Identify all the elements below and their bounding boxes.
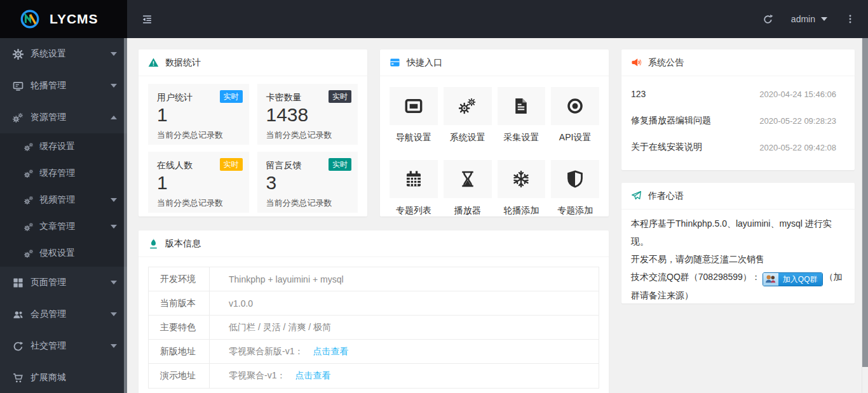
page-scrollbar-thumb[interactable]: [862, 38, 868, 367]
shortcut-item[interactable]: 专题添加: [551, 160, 599, 216]
refresh-button[interactable]: [763, 14, 773, 25]
realtime-badge: 实时: [220, 158, 243, 171]
version-value-text: Thinkphp + layuimini + mysql: [229, 274, 344, 284]
sidebar-item[interactable]: 页面管理: [0, 267, 127, 298]
realtime-badge: 实时: [329, 90, 351, 103]
sidebar-item[interactable]: 扩展商城: [0, 362, 127, 393]
sidebar-item[interactable]: 会员管理: [0, 298, 127, 330]
sidebar-item-label: 系统设置: [31, 48, 66, 60]
shortcut-icon-box: [551, 160, 599, 198]
sidebar-subitem[interactable]: 侵权设置: [0, 240, 127, 267]
version-row: 演示地址零视聚合-v1：点击查看: [149, 364, 599, 388]
bullhorn-icon: [631, 57, 642, 68]
version-row-value: Thinkphp + layuimini + mysql: [210, 267, 599, 291]
shortcut-item[interactable]: 专题列表: [390, 160, 438, 216]
sidebar-item-label: 扩展商城: [31, 372, 66, 383]
shortcuts-card-title: 快捷入口: [407, 57, 442, 69]
topbar: LYCMS admin: [0, 0, 868, 38]
realtime-badge: 实时: [220, 90, 243, 103]
announcement-title[interactable]: 关于在线安装说明: [631, 142, 702, 153]
sidebar: 系统设置轮播管理资源管理缓存设置缓存管理视频管理文章管理侵权设置页面管理会员管理…: [0, 38, 127, 393]
file-text-icon: [512, 97, 530, 115]
version-row-value: 零视聚合-v1：点击查看: [210, 364, 599, 388]
window-icon: [390, 57, 400, 68]
shortcut-icon-box: [444, 87, 492, 125]
snowflake-icon: [512, 170, 530, 188]
sidebar-item-label: 轮播管理: [31, 80, 66, 91]
chevron-down-icon: [111, 84, 117, 91]
sidebar-subitem-label: 缓存设置: [39, 141, 75, 152]
version-row: 开发环境Thinkphp + layuimini + mysql: [149, 267, 599, 291]
stat-value: 1438: [266, 104, 351, 126]
author-card: 作者心语 本程序基于Thinkphp.5.0、layuimini、mysql 进…: [621, 183, 855, 303]
sidebar-item-label: 页面管理: [31, 277, 66, 288]
shortcut-item[interactable]: 系统设置: [444, 87, 492, 143]
version-row: 主要特色低门栏 / 灵活 / 清爽 / 极简: [149, 316, 599, 340]
sidebar-item[interactable]: 系统设置: [0, 38, 127, 70]
version-table: 开发环境Thinkphp + layuimini + mysql当前版本v1.0…: [148, 267, 599, 389]
stat-desc: 当前分类总记录数: [266, 197, 351, 209]
version-row-label: 开发环境: [149, 267, 210, 291]
stats-card-title: 数据统计: [165, 57, 201, 69]
version-value-text: 零视聚合-v1：: [229, 370, 285, 382]
tv-icon: [13, 81, 24, 91]
version-value-text: v1.0.0: [229, 298, 253, 309]
sidebar-item[interactable]: 社交管理: [0, 330, 127, 362]
chevron-down-icon: [111, 344, 117, 351]
stat-value: 1: [157, 172, 241, 194]
join-qq-group-button[interactable]: 加入QQ群: [763, 272, 823, 286]
user-menu[interactable]: admin: [791, 14, 827, 24]
realtime-badge: 实时: [329, 158, 351, 171]
chevron-down-icon: [111, 52, 117, 59]
shortcut-icon-box: [498, 160, 546, 198]
shortcut-label: 轮播添加: [498, 205, 546, 216]
shortcut-item[interactable]: 轮播添加: [498, 160, 546, 216]
version-card-title: 版本信息: [165, 238, 201, 250]
sidebar-subitem[interactable]: 文章管理: [0, 213, 127, 240]
stat-tile: 卡密数量实时1438当前分类总记录数: [257, 84, 358, 145]
page-scrollbar[interactable]: [862, 38, 868, 393]
shortcut-label: 专题添加: [551, 205, 599, 216]
announcement-row: 关于在线安装说明2020-05-22 09:42:08: [631, 134, 845, 161]
announcement-title[interactable]: 123: [631, 89, 646, 99]
main-content: 数据统计 用户统计实时1当前分类总记录数卡密数量实时1438当前分类总记录数在线…: [127, 38, 868, 393]
announcement-title[interactable]: 修复播放器编辑问题: [631, 115, 711, 126]
stat-desc: 当前分类总记录数: [157, 197, 241, 209]
app-logo[interactable]: LYCMS: [0, 0, 127, 38]
version-value-text: 零视聚合新版-v1：: [229, 346, 303, 357]
cogs-icon: [24, 222, 34, 232]
sidebar-subitem[interactable]: 视频管理: [0, 187, 127, 213]
version-link[interactable]: 点击查看: [313, 346, 348, 357]
lycms-logo-icon: [19, 8, 41, 30]
shortcut-label: 采集设置: [498, 132, 546, 143]
more-options-button[interactable]: [845, 14, 855, 24]
chevron-down-icon: [111, 198, 117, 205]
cogs-icon: [24, 142, 34, 152]
stat-desc: 当前分类总记录数: [157, 130, 241, 141]
warning-triangle-icon: [148, 57, 159, 68]
shortcut-icon-box: [390, 87, 438, 125]
shortcut-item[interactable]: 导航设置: [390, 87, 438, 143]
version-link[interactable]: 点击查看: [295, 370, 330, 382]
stat-desc: 当前分类总记录数: [266, 130, 351, 141]
sidebar-subitem[interactable]: 缓存管理: [0, 160, 127, 187]
announcements-card-title: 系统公告: [648, 57, 684, 69]
sidebar-subitem-label: 文章管理: [39, 221, 75, 232]
version-row-label: 演示地址: [149, 364, 210, 388]
version-row-value: 低门栏 / 灵活 / 清爽 / 极简: [210, 316, 599, 339]
sidebar-item[interactable]: 资源管理: [0, 102, 127, 133]
stat-tile: 在线人数实时1当前分类总记录数: [148, 152, 249, 213]
sidebar-subitem[interactable]: 缓存设置: [0, 133, 127, 160]
shortcut-item[interactable]: API设置: [551, 87, 599, 143]
sidebar-item[interactable]: 轮播管理: [0, 70, 127, 102]
sidebar-scrollbar[interactable]: [124, 38, 127, 393]
shortcut-item[interactable]: 播放器: [444, 160, 492, 216]
sidebar-item-label: 资源管理: [31, 112, 66, 123]
shortcut-label: 播放器: [444, 205, 492, 216]
chevron-down-icon: [821, 17, 827, 24]
sidebar-collapse-button[interactable]: [127, 0, 166, 38]
cart-icon: [13, 373, 24, 383]
shortcut-item[interactable]: 采集设置: [498, 87, 546, 143]
dot-circle-icon: [566, 97, 584, 115]
cogs-icon: [459, 97, 477, 115]
